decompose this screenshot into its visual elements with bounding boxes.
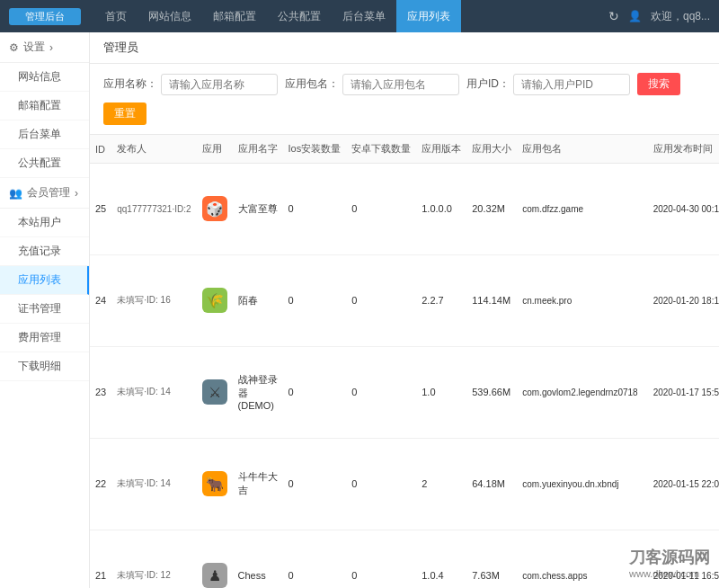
nav-website-info[interactable]: 网站信息 [138, 0, 202, 32]
sidebar-member-title[interactable]: 👥 会员管理 › [0, 178, 89, 209]
cell-version: 2.2.7 [416, 254, 466, 346]
breadcrumb: 管理员 [90, 32, 719, 64]
main-layout: ⚙ 设置 › 网站信息 邮箱配置 后台菜单 公共配置 👥 会员管理 › 本站用户… [0, 32, 719, 588]
app-table: ID 发布人 应用 应用名字 Ios安装数量 安卓下载数量 应用版本 应用大小 … [90, 135, 719, 588]
col-app-name: 应用名字 [233, 135, 283, 164]
app-name-label: 应用名称： [103, 76, 157, 92]
app-pkg-label: 应用包名： [285, 76, 339, 92]
cell-app-icon: 🎲 [197, 164, 233, 255]
table-row: 21 未填写·ID: 12 ♟ Chess 0 0 1.0.4 7.63M co… [90, 530, 719, 588]
sidebar-item-local-users[interactable]: 本站用户 [0, 209, 89, 237]
cell-version: 2 [416, 438, 466, 530]
sidebar-item-fee-manage[interactable]: 费用管理 [0, 324, 89, 352]
cell-publisher: 未填写·ID: 16 [111, 254, 196, 346]
nav-home[interactable]: 首页 [94, 0, 138, 32]
cell-package: com.govlom2.legendrnz0718 [517, 346, 647, 438]
cell-id: 25 [90, 164, 111, 255]
cell-ios-count: 0 [283, 530, 347, 588]
search-button[interactable]: 搜索 [637, 73, 680, 95]
cell-id: 23 [90, 346, 111, 438]
col-ios-count: Ios安装数量 [283, 135, 347, 164]
cell-app-name: 大富至尊 [233, 164, 283, 255]
cell-package: com.chess.apps [517, 530, 647, 588]
col-version: 应用版本 [416, 135, 466, 164]
sidebar-item-email-config[interactable]: 邮箱配置 [0, 92, 89, 120]
cell-package: com.dfzz.game [517, 164, 647, 255]
nav-items: 首页 网站信息 邮箱配置 公共配置 后台菜单 应用列表 [94, 0, 608, 32]
top-navigation: 管理后台 首页 网站信息 邮箱配置 公共配置 后台菜单 应用列表 ↻ 👤 欢迎，… [0, 0, 719, 32]
sidebar-item-certificate[interactable]: 证书管理 [0, 295, 89, 324]
nav-public-config[interactable]: 公共配置 [267, 0, 332, 32]
cell-version: 1.0.0.0 [416, 164, 466, 255]
chevron-right-icon2: › [75, 187, 78, 200]
cell-android-count: 0 [346, 254, 416, 346]
settings-label: 设置 [23, 40, 45, 55]
cell-size: 114.14M [466, 254, 517, 346]
watermark-line1: 刀客源码网 [629, 547, 710, 568]
sidebar-item-app-list[interactable]: 应用列表 [0, 266, 89, 295]
cell-size: 539.66M [466, 346, 517, 438]
app-name-input[interactable] [161, 74, 278, 95]
col-size: 应用大小 [466, 135, 517, 164]
cell-app-icon: ⚔ [197, 346, 233, 438]
table-row: 23 未填写·ID: 14 ⚔ 战神登录器(DEMO) 0 0 1.0 539.… [90, 346, 719, 438]
cell-publisher: 未填写·ID: 12 [111, 530, 196, 588]
cell-id: 21 [90, 530, 111, 588]
cell-app-name: 斗牛牛大吉 [233, 438, 283, 530]
table-header-row: ID 发布人 应用 应用名字 Ios安装数量 安卓下载数量 应用版本 应用大小 … [90, 135, 719, 164]
cell-ios-count: 0 [283, 438, 347, 530]
sidebar-item-public-config[interactable]: 公共配置 [0, 149, 89, 178]
app-pkg-input[interactable] [342, 74, 459, 95]
cell-size: 7.63M [466, 530, 517, 588]
settings-icon: ⚙ [9, 41, 19, 54]
cell-ios-count: 0 [283, 346, 347, 438]
cell-android-count: 0 [346, 530, 416, 588]
table-row: 22 未填写·ID: 14 🐂 斗牛牛大吉 0 0 2 64.18M com.y… [90, 438, 719, 530]
sidebar-item-backend-menu[interactable]: 后台菜单 [0, 120, 89, 149]
cell-id: 22 [90, 438, 111, 530]
col-app: 应用 [197, 135, 233, 164]
user-icon: 👤 [628, 10, 642, 22]
cell-app-icon: 🌾 [197, 254, 233, 346]
user-id-input[interactable] [513, 74, 630, 95]
user-greeting: 欢迎，qq8... [651, 9, 710, 24]
cell-app-name: 陌春 [233, 254, 283, 346]
watermark: 刀客源码网 www.dkewl.com [629, 547, 710, 579]
cell-ios-count: 0 [283, 164, 347, 255]
col-publish-time: 应用发布时间 [648, 135, 719, 164]
cell-publish-time: 2020-04-30 00:11:09 [648, 164, 719, 255]
top-right-area: ↻ 👤 欢迎，qq8... [608, 9, 710, 24]
cell-publisher: 未填写·ID: 14 [111, 346, 196, 438]
sidebar-member-section: 👥 会员管理 › 本站用户 充值记录 应用列表 证书管理 费用管理 下载明细 [0, 178, 89, 381]
sidebar-item-download-detail[interactable]: 下载明细 [0, 352, 89, 381]
cell-publish-time: 2020-01-15 22:03:57 [648, 438, 719, 530]
table-row: 25 qq177777321·ID:2 🎲 大富至尊 0 0 1.0.0.0 2… [90, 164, 719, 255]
reset-button[interactable]: 重置 [103, 102, 146, 125]
cell-id: 24 [90, 254, 111, 346]
sidebar-item-website-info[interactable]: 网站信息 [0, 63, 89, 92]
col-android-count: 安卓下载数量 [346, 135, 416, 164]
refresh-icon[interactable]: ↻ [608, 9, 619, 23]
cell-version: 1.0 [416, 346, 466, 438]
nav-backend-menu[interactable]: 后台菜单 [332, 0, 396, 32]
cell-android-count: 0 [346, 164, 416, 255]
app-name-filter: 应用名称： [103, 74, 278, 95]
col-publisher: 发布人 [111, 135, 196, 164]
app-table-container: ID 发布人 应用 应用名字 Ios安装数量 安卓下载数量 应用版本 应用大小 … [90, 135, 719, 588]
cell-app-name: 战神登录器(DEMO) [233, 346, 283, 438]
cell-publish-time: 2020-01-17 15:54:15 [648, 346, 719, 438]
member-label: 会员管理 [27, 185, 70, 200]
cell-size: 20.32M [466, 164, 517, 255]
cell-publish-time: 2020-01-20 18:17:01 [648, 254, 719, 346]
cell-app-icon: ♟ [197, 530, 233, 588]
cell-package: cn.meek.pro [517, 254, 647, 346]
nav-email-config[interactable]: 邮箱配置 [202, 0, 267, 32]
col-id: ID [90, 135, 111, 164]
cell-publisher: qq177777321·ID:2 [111, 164, 196, 255]
sidebar: ⚙ 设置 › 网站信息 邮箱配置 后台菜单 公共配置 👥 会员管理 › 本站用户… [0, 32, 90, 588]
cell-android-count: 0 [346, 346, 416, 438]
sidebar-settings-title[interactable]: ⚙ 设置 › [0, 32, 89, 63]
cell-ios-count: 0 [283, 254, 347, 346]
sidebar-item-recharge[interactable]: 充值记录 [0, 237, 89, 266]
nav-app-list[interactable]: 应用列表 [396, 0, 461, 32]
